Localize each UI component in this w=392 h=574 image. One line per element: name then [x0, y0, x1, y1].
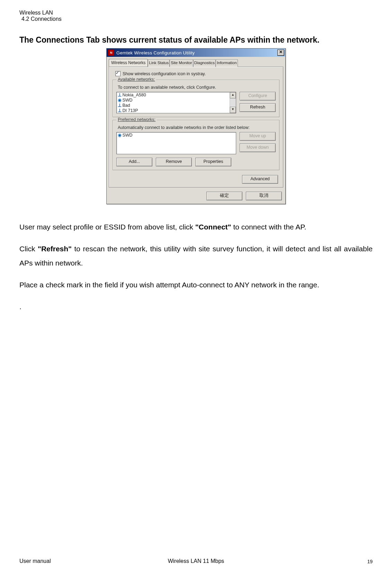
systray-checkbox-row[interactable]: Show wireless configuration icon in syst…	[115, 71, 279, 76]
preferred-caption: Automatically connect to available netwo…	[118, 125, 276, 130]
close-button[interactable]: ✕	[277, 50, 284, 56]
list-item[interactable]: ⊥ Nokia_A580	[118, 93, 230, 98]
tab-information[interactable]: Information	[216, 59, 238, 67]
dialog-titlebar[interactable]: N Gemtek Wireless Configuration Utility …	[107, 49, 285, 57]
advanced-button[interactable]: Advanced	[242, 175, 278, 184]
tabs: Wireless Networks Link Status Site Monit…	[107, 57, 285, 67]
list-item-label: Bad	[122, 103, 130, 108]
scroll-down-button[interactable]: ▼	[230, 107, 236, 113]
preferred-networks-group: Preferred networks: Automatically connec…	[113, 120, 279, 170]
body-p2a: Click	[19, 245, 38, 253]
available-networks-group: Available networks: To connect to an ava…	[113, 80, 279, 117]
antenna-icon: ⊥	[118, 103, 121, 108]
header-product: Wireless LAN	[19, 10, 373, 16]
available-caption: To connect to an available network, clic…	[118, 85, 276, 90]
body-connect-bold: "Connect"	[195, 223, 231, 231]
tab-site-monitor[interactable]: Site Monitor	[170, 59, 193, 67]
ok-button[interactable]: 確定	[206, 192, 242, 200]
antenna-icon: ⊥	[118, 93, 121, 98]
body-p2c: to rescan the network, this utility with…	[19, 245, 373, 267]
list-item[interactable]: ◉ SWD	[118, 98, 230, 103]
systray-checkbox[interactable]	[115, 71, 121, 76]
refresh-button[interactable]: Refresh	[240, 103, 276, 112]
signal-icon: ◉	[118, 133, 121, 138]
body-p3: Place a check mark in the field if you w…	[19, 278, 373, 292]
config-dialog: N Gemtek Wireless Configuration Utility …	[106, 48, 286, 204]
app-icon: N	[108, 50, 114, 56]
footer-center: Wireless LAN 11 Mbps	[19, 558, 373, 564]
remove-button[interactable]: Remove	[156, 158, 192, 166]
list-item[interactable]: ⊥ Bad	[118, 103, 230, 108]
properties-button[interactable]: Properties	[195, 158, 231, 166]
scroll-up-button[interactable]: ▲	[230, 92, 236, 98]
tab-panel: Show wireless configuration icon in syst…	[109, 67, 283, 188]
list-item-label: Nokia_A580	[122, 93, 146, 97]
tab-diagnostics[interactable]: Diagnostics	[193, 59, 216, 67]
list-item[interactable]: ◉ SWD	[118, 133, 236, 138]
header-section: 4.2 Connections	[21, 16, 373, 22]
add-button[interactable]: Add...	[116, 158, 152, 166]
available-listbox[interactable]: ⊥ Nokia_A580 ◉ SWD ⊥ Bad ⊥ DI 713P ▲ ▼	[116, 92, 236, 113]
dialog-action-row: 確定 取消	[107, 189, 285, 204]
preferred-group-title: Preferred networks:	[116, 117, 157, 122]
available-group-title: Available networks:	[116, 77, 156, 82]
list-item-label: SWD	[122, 98, 132, 103]
dialog-container: N Gemtek Wireless Configuration Utility …	[19, 48, 373, 204]
body-p1a: User may select profile or ESSID from ab…	[19, 223, 195, 231]
preferred-listbox[interactable]: ◉ SWD	[116, 132, 236, 154]
page-footer: User manual Wireless LAN 11 Mbps 19	[19, 558, 373, 564]
signal-icon: ◉	[118, 98, 121, 103]
list-item[interactable]: ⊥ DI 713P	[118, 108, 230, 113]
list-item-label: SWD	[122, 133, 132, 138]
tab-link-status[interactable]: Link Status	[148, 59, 170, 67]
body-p4: .	[19, 300, 373, 314]
page-heading: The Connections Tab shows current status…	[19, 35, 373, 45]
antenna-icon: ⊥	[118, 108, 121, 113]
body-refresh-bold: "Refresh"	[38, 245, 72, 253]
body-p1c: to connect with the AP.	[231, 223, 306, 231]
list-item-label: DI 713P	[122, 108, 138, 113]
systray-checkbox-label: Show wireless configuration icon in syst…	[123, 71, 206, 76]
move-down-button[interactable]: Move down	[240, 144, 276, 152]
move-up-button[interactable]: Move up	[240, 132, 276, 141]
body-text: User may select profile or ESSID from ab…	[19, 220, 373, 314]
tab-wireless-networks[interactable]: Wireless Networks	[109, 59, 148, 67]
configure-button[interactable]: Configure	[240, 92, 276, 101]
cancel-button[interactable]: 取消	[246, 192, 282, 200]
dialog-title: Gemtek Wireless Configuration Utility	[116, 50, 277, 55]
scrollbar[interactable]: ▲ ▼	[230, 92, 236, 113]
